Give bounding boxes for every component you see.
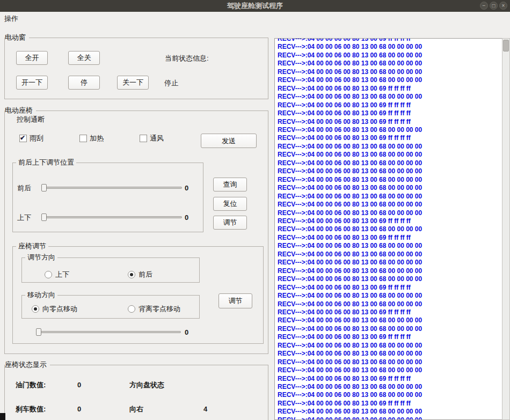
log-line: RECV--->:04 00 00 06 00 80 13 00 68 00 0… [278, 184, 502, 192]
minimize-icon[interactable]: − [480, 2, 488, 10]
log-line: RECV--->:04 00 00 06 00 80 13 00 69 ff f… [278, 284, 502, 292]
direction-front-back-label[interactable]: 前后 [139, 270, 152, 279]
log-line: RECV--->:04 00 00 06 00 80 13 00 69 ff f… [278, 217, 502, 225]
log-line: RECV--->:04 00 00 06 00 80 13 00 68 00 0… [278, 167, 502, 175]
open-once-button[interactable]: 开一下 [16, 76, 48, 90]
log-line: RECV--->:04 00 00 06 00 80 13 00 68 00 0… [278, 242, 502, 250]
power-seat-group: 电动座椅 控制通断 雨刮 加热 通风 发送 前后上下调节位置 前后 0 上下 0… [4, 110, 268, 354]
log-line: RECV--->:04 00 00 06 00 80 13 00 68 00 0… [278, 209, 502, 217]
toward-zero-label[interactable]: 向零点移动 [42, 305, 77, 313]
away-zero-label[interactable]: 背离零点移动 [139, 305, 180, 313]
log-line: RECV--->:04 00 00 06 00 80 13 00 68 00 0… [278, 201, 502, 209]
brake-value: 0 [77, 405, 81, 414]
send-button[interactable]: 发送 [201, 134, 257, 148]
position-adjust-group: 前后上下调节位置 前后 0 上下 0 [12, 163, 203, 232]
log-line: RECV--->:04 00 00 06 00 80 13 00 68 00 0… [278, 358, 502, 366]
log-line: RECV--->:04 00 00 06 00 80 13 00 68 00 0… [278, 225, 502, 233]
log-line: RECV--->:04 00 00 06 00 80 13 00 68 00 0… [278, 316, 502, 325]
log-line: RECV--->:04 00 00 06 00 80 13 00 68 00 0… [278, 300, 502, 308]
log-line: RECV--->:04 00 00 06 00 80 13 00 68 00 0… [278, 176, 502, 184]
throttle-label: 油门数值: [16, 381, 46, 389]
log-scrollbar[interactable] [502, 38, 510, 420]
log-line: RECV--->:04 00 00 06 00 80 13 00 69 ff f… [278, 85, 502, 93]
log-line: RECV--->:04 00 00 06 00 80 13 00 68 00 0… [278, 93, 502, 101]
log-line: RECV--->:04 00 00 06 00 80 13 00 68 00 0… [278, 193, 502, 201]
position-adjust-group-title: 前后上下调节位置 [16, 158, 76, 167]
window-title: 驾驶座舱测试程序 [227, 1, 283, 11]
log-line: RECV--->:04 00 00 06 00 80 13 00 69 ff f… [278, 333, 502, 341]
log-line: RECV--->:04 00 00 06 00 80 13 00 68 00 0… [278, 325, 502, 333]
wiper-checkbox[interactable] [19, 135, 27, 142]
direction-up-down-radio[interactable] [45, 271, 52, 278]
wiper-checkbox-label[interactable]: 雨刮 [30, 134, 43, 143]
up-down-slider-handle[interactable] [41, 213, 47, 221]
stop-button[interactable]: 停 [68, 76, 100, 90]
move-direction-group: 移动方向 向零点移动 背离零点移动 [21, 295, 200, 319]
log-line: RECV--->:04 00 00 06 00 80 13 00 68 00 0… [278, 342, 502, 350]
up-down-slider[interactable] [41, 216, 182, 218]
log-line: RECV--->:04 00 00 06 00 80 13 00 68 00 0… [278, 60, 502, 68]
power-window-group: 电动窗 全开 全关 当前状态信息: 开一下 停 关一下 停止 [4, 38, 268, 99]
move-direction-group-title: 移动方向 [25, 291, 57, 299]
seat-adjust-group: 座椅调节 调节方向 上下 前后 移动方向 向零点移动 背离零点移动 调节 0 [12, 246, 264, 344]
direction-up-down-label[interactable]: 上下 [55, 270, 69, 279]
power-seat-group-title: 电动座椅 [5, 106, 36, 115]
direction-front-back-radio[interactable] [128, 271, 135, 278]
log-line: RECV--->:04 00 00 06 00 80 13 00 68 00 0… [278, 391, 502, 399]
power-window-group-title: 电动窗 [5, 33, 29, 42]
front-back-slider[interactable] [41, 187, 182, 189]
log-line: RECV--->:04 00 00 06 00 80 13 00 69 ff f… [278, 134, 502, 142]
full-close-button[interactable]: 全关 [68, 51, 100, 65]
log-line: RECV--->:04 00 00 06 00 80 13 00 68 00 0… [278, 143, 502, 151]
seat-status-group: 座椅状态显示 油门数值: 0 方向盘状态 刹车数值: 0 向右 4 [4, 365, 268, 420]
up-down-slider-value: 0 [185, 213, 188, 222]
position-adjust-button[interactable]: 调节 [213, 216, 247, 230]
maximize-icon[interactable]: □ [490, 2, 498, 10]
screen-corner-artifact [0, 413, 5, 420]
log-line: RECV--->:04 00 00 06 00 80 13 00 69 ff f… [278, 234, 502, 242]
heating-checkbox[interactable] [79, 135, 87, 142]
front-back-slider-handle[interactable] [41, 184, 47, 191]
title-bar[interactable]: 驾驶座舱测试程序 − □ × [0, 0, 510, 12]
log-line: RECV--->:04 00 00 06 00 80 13 00 68 00 0… [278, 68, 502, 76]
log-line: RECV--->:04 00 00 06 00 80 13 00 68 00 0… [278, 383, 502, 391]
seat-adjust-slider-value: 0 [185, 328, 188, 337]
log-line: RECV--->:04 00 00 06 00 80 13 00 68 00 0… [278, 292, 502, 300]
seat-adjust-slider-handle[interactable] [36, 328, 41, 336]
close-once-button[interactable]: 关一下 [117, 76, 149, 90]
log-line: RECV--->:04 00 00 06 00 80 13 00 69 ff f… [278, 308, 502, 316]
steering-status-label: 方向盘状态 [129, 381, 164, 389]
seat-adjust-button[interactable]: 调节 [218, 293, 252, 308]
log-line: RECV--->:04 00 00 06 00 80 13 00 68 00 0… [278, 43, 502, 51]
log-line: RECV--->:04 00 00 06 00 80 13 00 69 ff f… [278, 38, 502, 43]
query-button[interactable]: 查询 [213, 178, 247, 191]
seat-adjust-slider[interactable] [36, 331, 181, 333]
throttle-value: 0 [77, 381, 81, 389]
full-open-button[interactable]: 全开 [16, 51, 48, 65]
log-scrollbar-thumb[interactable] [503, 40, 509, 51]
log-line: RECV--->:04 00 00 06 00 80 13 00 68 00 0… [278, 76, 502, 84]
menu-item-operation[interactable]: 操作 [0, 12, 23, 25]
close-icon[interactable]: × [499, 2, 507, 10]
ventilation-checkbox-label[interactable]: 通风 [150, 134, 164, 143]
front-back-slider-label: 前后 [17, 184, 31, 193]
ventilation-checkbox[interactable] [140, 135, 147, 142]
away-zero-radio[interactable] [128, 305, 135, 313]
reset-button[interactable]: 复位 [213, 197, 247, 211]
log-line: RECV--->:04 00 00 06 00 80 13 00 68 00 0… [278, 250, 502, 259]
log-line: RECV--->:04 00 00 06 00 80 13 00 68 00 0… [278, 350, 502, 358]
toward-zero-radio[interactable] [32, 305, 39, 313]
log-line: RECV--->:04 00 00 06 00 80 13 00 69 ff f… [278, 118, 502, 126]
front-back-slider-value: 0 [185, 184, 188, 193]
log-line: RECV--->:04 00 00 06 00 80 13 00 69 ff f… [278, 101, 502, 109]
log-line: RECV--->:04 00 00 06 00 80 13 00 69 ff f… [278, 400, 502, 408]
log-line: RECV--->:04 00 00 06 00 80 13 00 68 00 0… [278, 416, 502, 420]
log-line: RECV--->:04 00 00 06 00 80 13 00 68 00 0… [278, 51, 502, 60]
log-area[interactable]: RECV--->:04 00 00 06 00 80 13 00 69 ff f… [274, 38, 502, 420]
log-line: RECV--->:04 00 00 06 00 80 13 00 68 00 0… [278, 259, 502, 267]
window-controls: − □ × [480, 2, 507, 10]
log-line: RECV--->:04 00 00 06 00 80 13 00 69 ff f… [278, 109, 502, 117]
steering-direction-value: 4 [203, 405, 207, 414]
heating-checkbox-label[interactable]: 加热 [90, 134, 104, 143]
window-status-value: 停止 [164, 79, 178, 87]
